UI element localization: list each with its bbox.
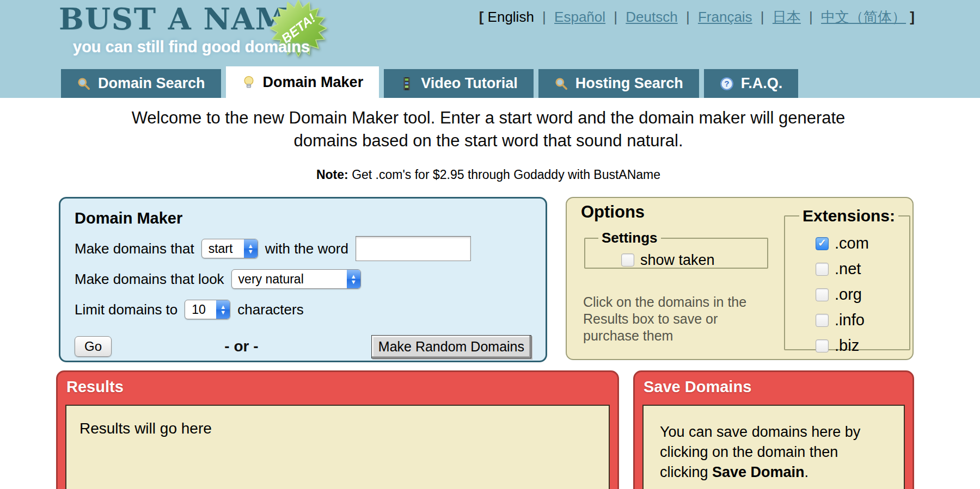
show-taken-checkbox[interactable]	[621, 253, 634, 267]
welcome-line-1: Welcome to the new Domain Maker tool. En…	[0, 107, 977, 129]
tab-bar: Domain Search Domain Maker Video Tutoria…	[61, 66, 798, 98]
tab-domain-maker[interactable]: Domain Maker	[226, 66, 379, 98]
lightbulb-icon	[242, 75, 256, 89]
start-word-input[interactable]	[356, 236, 471, 261]
question-icon: ?	[720, 77, 734, 91]
extension-row-com: .com	[816, 233, 903, 254]
domain-maker-title: Domain Maker	[75, 209, 531, 227]
options-title: Options	[581, 202, 645, 222]
lang-open-bracket: [	[479, 9, 484, 25]
naturalness-row: Make domains that look very natural ▲▼	[75, 267, 531, 292]
results-placeholder: Results will go here	[79, 420, 212, 437]
results-title: Results	[66, 378, 617, 396]
tab-domain-search[interactable]: Domain Search	[61, 69, 221, 98]
extension-row-biz: .biz	[816, 336, 903, 356]
settings-legend: Settings	[598, 230, 661, 246]
ext-info-checkbox[interactable]	[816, 314, 829, 327]
naturalness-select[interactable]: very natural ▲▼	[231, 269, 361, 289]
language-bar: [ English | Español | Deutsch | Français…	[479, 8, 915, 27]
extensions-fieldset: Extensions: .com .net .org .info .biz	[784, 207, 910, 350]
welcome-text: Welcome to the new Domain Maker tool. En…	[0, 107, 977, 152]
make-random-domains-button[interactable]: Make Random Domains	[371, 335, 531, 358]
lang-separator: |	[542, 9, 546, 25]
magnifier-icon	[77, 77, 91, 91]
settings-fieldset: Settings show taken	[584, 230, 768, 269]
limit-label: Limit domains to	[75, 301, 177, 318]
note-label: Note:	[316, 168, 348, 182]
ext-biz-label: .biz	[835, 337, 859, 355]
make-domains-row: Make domains that start ▲▼ with the word	[75, 236, 531, 261]
tab-label: Video Tutorial	[421, 75, 518, 92]
characters-label: characters	[237, 301, 303, 318]
tab-label: F.A.Q.	[741, 75, 783, 92]
char-limit-value: 10	[185, 300, 212, 319]
magnifier-icon	[554, 77, 568, 91]
word-position-select[interactable]: start ▲▼	[201, 239, 258, 258]
lang-separator: |	[686, 9, 690, 25]
results-panel: Results Results will go here	[56, 370, 619, 489]
welcome-line-2: domains based on the start word that sou…	[0, 129, 977, 152]
lang-japanese[interactable]: 日本	[773, 9, 801, 25]
make-domains-that-label: Make domains that	[75, 240, 194, 257]
ext-com-checkbox[interactable]	[816, 237, 829, 250]
show-taken-label: show taken	[640, 252, 715, 269]
char-limit-select[interactable]: 10 ▲▼	[185, 300, 230, 319]
note-body: Get .com's for $2.95 through Godaddy wit…	[352, 168, 660, 182]
extensions-legend: Extensions:	[799, 207, 898, 225]
naturalness-value: very natural	[232, 270, 310, 288]
save-help-bold: Save Domain	[712, 464, 805, 480]
ext-info-label: .info	[835, 311, 865, 329]
ext-org-checkbox[interactable]	[816, 288, 829, 301]
site-logo[interactable]: BUST A NAME BETA! you can still find goo…	[59, 2, 385, 67]
show-taken-row: show taken	[621, 252, 761, 269]
lang-separator: |	[761, 9, 764, 25]
look-label: Make domains that look	[75, 271, 224, 288]
logo-tagline: you can still find good domains	[73, 38, 310, 56]
limit-row: Limit domains to 10 ▲▼ characters	[75, 297, 531, 322]
ext-org-label: .org	[835, 286, 862, 304]
extension-row-net: .net	[816, 259, 903, 280]
lang-separator: |	[614, 9, 617, 25]
film-icon	[400, 77, 414, 91]
logo-title: BUST A NAME	[59, 2, 385, 36]
tab-label: Hosting Search	[575, 75, 683, 92]
page: BUST A NAME BETA! you can still find goo…	[0, 0, 980, 489]
ext-biz-checkbox[interactable]	[816, 339, 829, 352]
select-stepper-icon: ▲▼	[347, 270, 360, 288]
lang-separator: |	[809, 9, 813, 25]
save-domains-box: You can save domains here by clicking on…	[642, 405, 905, 489]
svg-text:?: ?	[724, 79, 729, 88]
or-text: - or -	[224, 338, 258, 355]
extension-row-info: .info	[816, 310, 903, 331]
select-stepper-icon: ▲▼	[216, 300, 230, 319]
lang-deutsch[interactable]: Deutsch	[626, 9, 677, 25]
lang-chinese-simplified[interactable]: 中文（简体）	[821, 9, 906, 25]
options-help-text: Click on the domains in the Results box …	[583, 294, 773, 344]
tab-video-tutorial[interactable]: Video Tutorial	[384, 69, 534, 98]
with-the-word-label: with the word	[265, 240, 348, 257]
select-stepper-icon: ▲▼	[244, 239, 258, 258]
save-domains-title: Save Domains	[644, 378, 912, 396]
extension-row-org: .org	[816, 284, 903, 305]
save-domains-panel: Save Domains You can save domains here b…	[633, 370, 914, 489]
ext-net-label: .net	[835, 260, 861, 278]
tab-faq[interactable]: ? F.A.Q.	[704, 69, 799, 98]
lang-close-bracket: ]	[910, 9, 915, 25]
save-domains-help: You can save domains here by clicking on…	[660, 422, 882, 482]
lang-espanol[interactable]: Español	[554, 9, 605, 25]
lang-francais[interactable]: Français	[698, 9, 752, 25]
results-box: Results will go here	[65, 405, 610, 489]
word-position-value: start	[202, 239, 240, 258]
site-header: BUST A NAME BETA! you can still find goo…	[0, 0, 980, 98]
note-text: Note: Get .com's for $2.95 through Godad…	[0, 168, 977, 182]
tab-hosting-search[interactable]: Hosting Search	[538, 69, 699, 98]
go-button[interactable]: Go	[75, 336, 112, 357]
tab-label: Domain Search	[98, 75, 205, 92]
save-help-after: .	[805, 464, 809, 480]
ext-net-checkbox[interactable]	[816, 263, 829, 276]
ext-com-label: .com	[835, 234, 869, 252]
actions-row: Go - or - Make Random Domains	[75, 334, 531, 359]
tab-label: Domain Maker	[263, 74, 364, 91]
options-panel: Options Settings show taken Click on the…	[566, 197, 914, 360]
domain-maker-panel: Domain Maker Make domains that start ▲▼ …	[59, 197, 547, 362]
